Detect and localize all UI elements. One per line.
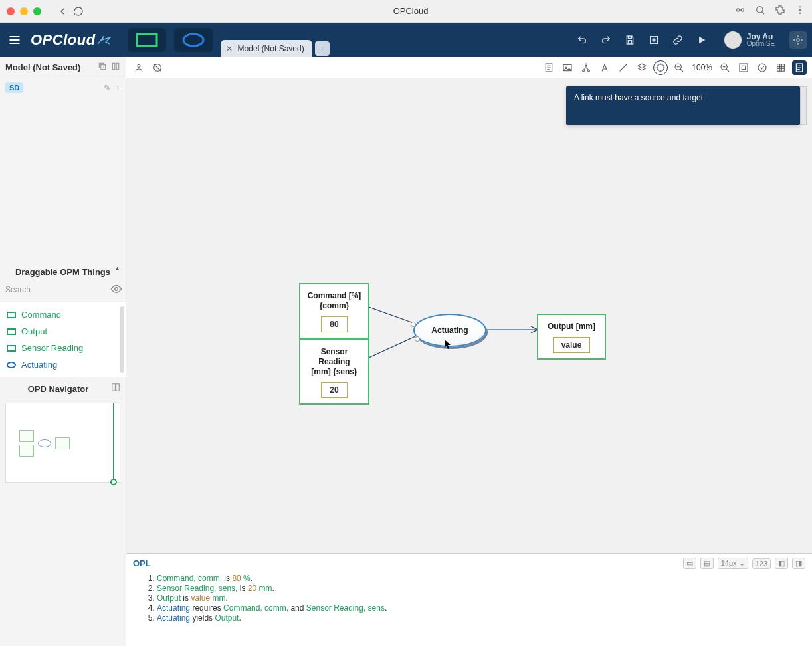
line-tool-icon[interactable]	[616, 60, 631, 75]
tabs-bar: ✕ Model (Not Saved) +	[221, 23, 330, 57]
maximize-window-button[interactable]	[33, 7, 41, 15]
notes-panel-button[interactable]	[792, 60, 807, 75]
svg-rect-12	[99, 63, 104, 68]
link-port[interactable]	[415, 336, 420, 342]
fit-screen-button[interactable]	[736, 60, 751, 75]
undo-button[interactable]	[575, 33, 589, 47]
add-icon[interactable]: +	[115, 83, 120, 93]
opl-body: Command, comm, is 80 %.Sensor Reading, s…	[126, 573, 812, 629]
back-button[interactable]	[54, 3, 70, 19]
thing-item-sensor-reading[interactable]: Sensor Reading	[0, 340, 126, 356]
reload-button[interactable]	[70, 3, 86, 19]
collapse-triangle-icon[interactable]: ▴	[116, 265, 119, 272]
styles-tool-icon[interactable]	[150, 60, 165, 75]
layout-icon[interactable]	[111, 383, 120, 395]
sidebar: Model (Not Saved) SD ✎ + Draggable OPM T…	[0, 57, 126, 646]
window-titlebar: OPCloud	[0, 0, 812, 23]
svg-line-34	[369, 336, 415, 358]
window-title: OPCloud	[86, 6, 735, 16]
model-title: Model (Not Saved)	[5, 62, 80, 72]
node-title: Output [mm]	[544, 322, 599, 332]
canvas[interactable]: A link must have a source and target Com…	[126, 78, 812, 553]
text-tool-icon[interactable]	[597, 60, 612, 75]
opl-panel-toggle-1[interactable]: ◧	[775, 558, 788, 569]
visibility-icon[interactable]	[110, 283, 122, 298]
sd-chip[interactable]: SD	[5, 82, 23, 93]
svg-rect-29	[740, 64, 748, 72]
export-button[interactable]	[647, 33, 660, 47]
node-sensor[interactable]: Sensor Reading [mm] {sens} 20	[299, 339, 369, 405]
search-icon[interactable]	[755, 5, 765, 18]
image-icon[interactable]	[560, 60, 575, 75]
node-title: Command [%] {comm}	[306, 291, 363, 311]
thing-item-command[interactable]: Command	[0, 306, 126, 323]
svg-point-15	[115, 287, 118, 290]
copy-icon[interactable]	[98, 62, 107, 74]
link-button[interactable]	[671, 33, 684, 47]
menu-dots-icon[interactable]	[795, 5, 805, 18]
tab-model[interactable]: ✕ Model (Not Saved)	[221, 40, 312, 57]
opl-view-toggle-2[interactable]: ▤	[700, 558, 714, 569]
tab-close-button[interactable]: ✕	[226, 44, 233, 53]
node-value: 20	[321, 382, 347, 398]
svg-point-10	[797, 39, 799, 41]
object-shape-tool[interactable]	[128, 28, 166, 52]
run-button[interactable]	[695, 33, 708, 47]
person-tool-icon[interactable]	[132, 60, 146, 75]
grid-button[interactable]	[773, 60, 788, 75]
svg-point-3	[799, 6, 801, 7]
svg-point-2	[757, 6, 763, 12]
window-controls	[7, 7, 41, 15]
edit-icon[interactable]: ✎	[104, 83, 111, 93]
vpn-icon[interactable]	[735, 5, 746, 18]
hierarchy-icon[interactable]	[579, 60, 593, 75]
zoom-in-button[interactable]	[718, 60, 732, 75]
svg-rect-6	[137, 34, 157, 46]
link-port[interactable]	[411, 322, 416, 327]
validate-button[interactable]	[755, 60, 769, 75]
opl-panel-toggle-2[interactable]: ◨	[792, 558, 805, 569]
doc-icon[interactable]	[542, 60, 556, 75]
opl-line: Output is value mm.	[157, 593, 799, 603]
tab-label: Model (Not Saved)	[238, 44, 304, 53]
opl-tools: ▭ ▤ 14px ⌄ 123 ◧ ◨	[683, 558, 805, 569]
svg-rect-11	[101, 64, 106, 69]
process-shape-tool[interactable]	[174, 28, 213, 52]
svg-point-23	[585, 64, 587, 66]
target-tool-icon[interactable]	[653, 60, 668, 75]
layers-icon[interactable]	[635, 60, 649, 75]
object-icon	[7, 328, 16, 335]
user-org: OptimiSE	[747, 41, 775, 47]
svg-point-26	[657, 64, 664, 71]
node-command[interactable]: Command [%] {comm} 80	[299, 283, 369, 339]
minimize-window-button[interactable]	[20, 7, 28, 15]
collapse-icon[interactable]	[111, 62, 120, 74]
avatar	[724, 31, 742, 49]
search-input[interactable]	[5, 282, 105, 298]
zoom-out-button[interactable]	[672, 60, 686, 75]
extension-icon[interactable]	[775, 5, 785, 18]
opl-font-size[interactable]: 14px ⌄	[718, 558, 748, 569]
opd-thumbnail[interactable]	[5, 403, 120, 483]
canvas-toolbar: 100%	[126, 57, 812, 78]
thing-item-output[interactable]: Output	[0, 323, 126, 340]
node-output[interactable]: Output [mm] value	[537, 314, 606, 360]
user-chip[interactable]: Joy Au OptimiSE	[724, 31, 775, 49]
svg-point-1	[741, 9, 744, 11]
opl-header: OPL	[133, 558, 151, 568]
save-button[interactable]	[623, 33, 637, 47]
hamburger-menu-button[interactable]	[5, 31, 24, 49]
close-window-button[interactable]	[7, 7, 15, 15]
redo-button[interactable]	[599, 33, 613, 47]
sidebar-model-header: Model (Not Saved)	[0, 57, 126, 78]
zoom-level[interactable]: 100%	[690, 63, 714, 72]
things-scrollbar[interactable]	[120, 306, 124, 373]
thing-item-actuating[interactable]: Actuating	[0, 356, 126, 373]
opl-line: Actuating yields Output.	[157, 613, 799, 623]
svg-point-25	[588, 70, 590, 72]
opl-view-toggle-1[interactable]: ▭	[683, 558, 696, 569]
tab-add-button[interactable]: +	[315, 41, 330, 56]
settings-button[interactable]	[789, 31, 807, 49]
opl-panel: OPL ▭ ▤ 14px ⌄ 123 ◧ ◨ Command, comm, is…	[126, 553, 812, 646]
opl-numbering-toggle[interactable]: 123	[752, 558, 771, 569]
